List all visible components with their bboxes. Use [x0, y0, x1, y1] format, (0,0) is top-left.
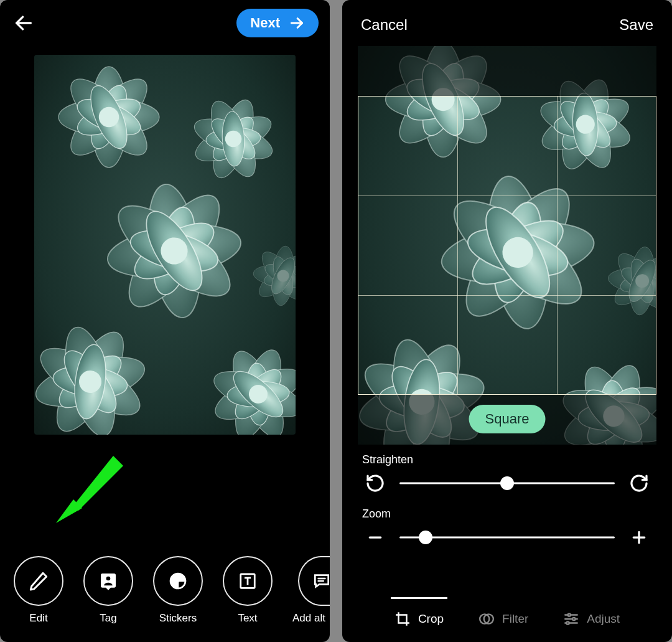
- tool-edit[interactable]: Edit: [14, 556, 63, 625]
- next-button-label: Next: [250, 15, 280, 31]
- straighten-section: Straighten: [342, 445, 672, 496]
- filter-icon: [478, 611, 495, 627]
- plus-icon: [630, 528, 648, 547]
- straighten-slider[interactable]: [399, 474, 615, 492]
- tool-stickers[interactable]: Stickers: [153, 556, 203, 625]
- alt-text-icon: [312, 571, 330, 591]
- zoom-out-button[interactable]: [362, 524, 388, 550]
- crop-icon: [394, 611, 411, 627]
- compose-screen: Next Edit Tag: [0, 0, 330, 642]
- compose-header: Next: [0, 0, 330, 44]
- annotation-arrow-icon: [44, 448, 131, 536]
- zoom-section: Zoom: [342, 496, 672, 550]
- zoom-slider[interactable]: [399, 529, 615, 546]
- crop-canvas[interactable]: Square: [358, 46, 656, 445]
- svg-point-29: [567, 621, 569, 624]
- rotate-cw-button[interactable]: [626, 470, 652, 496]
- tool-tag[interactable]: Tag: [83, 556, 133, 625]
- media-preview-image: [34, 55, 296, 435]
- tab-label: Crop: [418, 612, 444, 626]
- tab-filter[interactable]: Filter: [478, 602, 528, 627]
- aspect-ratio-button[interactable]: Square: [469, 405, 546, 433]
- adjust-icon: [563, 611, 579, 627]
- media-preview[interactable]: [34, 55, 296, 435]
- text-icon: [238, 572, 257, 590]
- tab-adjust[interactable]: Adjust: [563, 602, 620, 627]
- tool-label: Edit: [29, 612, 47, 625]
- compose-tool-row: Edit Tag Stickers Text Add alt: [0, 556, 330, 625]
- arrow-right-icon: [289, 15, 305, 31]
- svg-marker-13: [73, 456, 123, 511]
- tool-text[interactable]: Text: [223, 556, 273, 625]
- tool-label: Text: [238, 612, 257, 625]
- tool-add-alt[interactable]: Add alt: [292, 556, 325, 625]
- crop-dim-top: [358, 46, 656, 96]
- edit-header: Cancel Save: [342, 0, 672, 42]
- svg-marker-12: [56, 499, 82, 523]
- straighten-label: Straighten: [362, 453, 652, 466]
- crop-image: [358, 46, 656, 445]
- svg-point-27: [572, 618, 575, 620]
- svg-point-25: [568, 613, 571, 616]
- tab-label: Filter: [502, 612, 528, 626]
- rotate-ccw-button[interactable]: [362, 470, 388, 496]
- arrow-left-icon: [13, 12, 34, 34]
- zoom-in-button[interactable]: [626, 524, 652, 550]
- pencil-icon: [28, 570, 49, 592]
- tool-label: Stickers: [159, 612, 197, 625]
- zoom-label: Zoom: [362, 507, 652, 521]
- cancel-button[interactable]: Cancel: [361, 16, 408, 34]
- rotate-ccw-icon: [365, 473, 385, 493]
- next-button[interactable]: Next: [236, 9, 319, 37]
- sticker-icon: [168, 571, 188, 591]
- edit-tab-row: Crop Filter Adjust: [342, 602, 672, 627]
- rotate-cw-icon: [629, 473, 649, 493]
- tool-label: Add alt: [292, 612, 325, 625]
- tab-label: Adjust: [587, 612, 620, 626]
- minus-icon: [366, 528, 385, 547]
- save-button[interactable]: Save: [619, 16, 653, 34]
- edit-screen: Cancel Save Square Straighten Z: [342, 0, 672, 642]
- tool-label: Tag: [100, 612, 116, 625]
- tab-crop[interactable]: Crop: [394, 602, 444, 627]
- tag-person-icon: [98, 571, 118, 591]
- back-button[interactable]: [11, 11, 36, 35]
